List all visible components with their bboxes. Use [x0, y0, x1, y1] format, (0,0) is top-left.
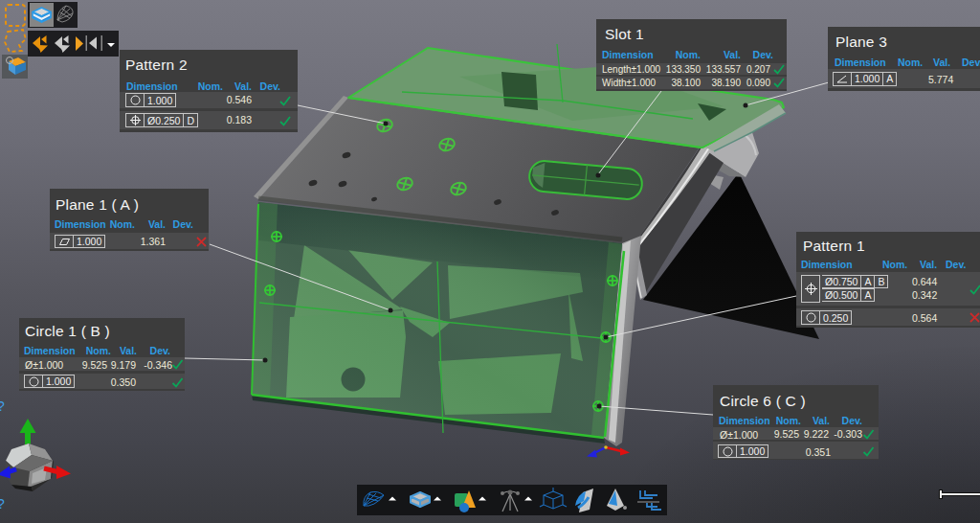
svg-text:?: ?	[0, 496, 5, 512]
svg-text:?: ?	[0, 398, 5, 414]
